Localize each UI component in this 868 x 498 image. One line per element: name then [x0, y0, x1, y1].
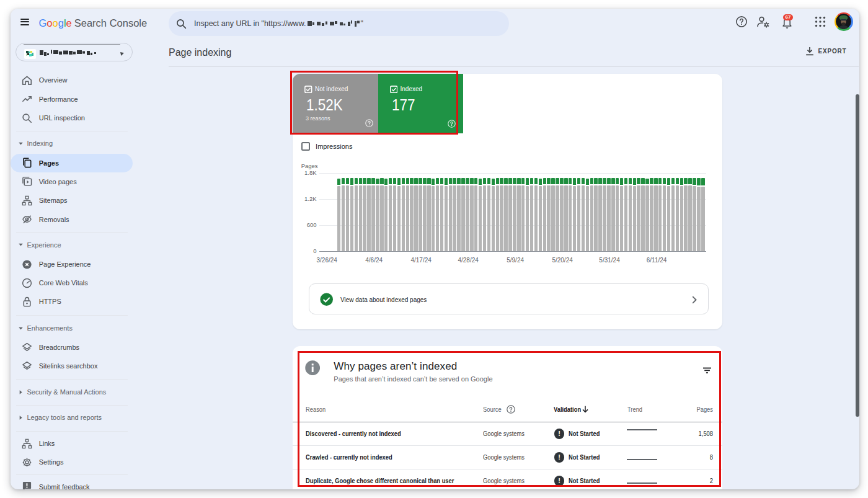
chart-bar[interactable]: [380, 74, 383, 251]
chart-bar[interactable]: [629, 74, 632, 251]
chart-bar[interactable]: [487, 74, 490, 251]
chart-bar[interactable]: [633, 74, 636, 251]
chart-bar[interactable]: [393, 74, 396, 251]
chart-bar[interactable]: [645, 74, 649, 251]
chart-bar[interactable]: [556, 74, 559, 251]
chart-bar[interactable]: [397, 74, 401, 251]
sidebar-item-core-web-vitals[interactable]: Core Web Vitals: [11, 273, 133, 292]
chart-bar[interactable]: [500, 74, 503, 251]
chart-bar[interactable]: [611, 74, 614, 251]
chart-bar[interactable]: [384, 74, 388, 251]
apps-grid-icon[interactable]: [815, 16, 826, 27]
chart-bar[interactable]: [508, 74, 512, 251]
sidebar-section-legacy-tools-and-reports[interactable]: Legacy tools and reports: [11, 409, 133, 425]
chart-bar[interactable]: [603, 74, 606, 251]
chart-bar[interactable]: [530, 74, 533, 251]
row-reason[interactable]: Duplicate, Google chose different canoni…: [306, 477, 454, 484]
chart-bar[interactable]: [461, 74, 464, 251]
chart-bar[interactable]: [371, 74, 374, 251]
sidebar-item-sitelinks-searchbox[interactable]: Sitelinks searchbox: [11, 357, 133, 375]
chart-bar[interactable]: [616, 74, 619, 251]
vertical-scrollbar[interactable]: [856, 94, 859, 417]
help-icon[interactable]: [735, 16, 748, 28]
chart-bar[interactable]: [620, 74, 623, 251]
sidebar-item-removals[interactable]: Removals: [11, 210, 133, 229]
user-settings-icon[interactable]: [756, 16, 771, 29]
chart-bar[interactable]: [564, 74, 567, 251]
sidebar-item-pages[interactable]: Pages: [11, 154, 133, 172]
chart-bar[interactable]: [573, 74, 576, 251]
chart-bar[interactable]: [658, 74, 662, 251]
chart-bar[interactable]: [590, 74, 593, 251]
chart-bar[interactable]: [440, 74, 443, 251]
sidebar-item-performance[interactable]: Performance: [11, 90, 133, 109]
chart-bar[interactable]: [543, 74, 546, 251]
chart-bar[interactable]: [534, 74, 538, 251]
chart-bar[interactable]: [526, 74, 529, 251]
chart-bar[interactable]: [432, 74, 435, 251]
chart-bar[interactable]: [521, 74, 525, 251]
chart-bar[interactable]: [598, 74, 601, 251]
chart-bar[interactable]: [367, 74, 370, 251]
sidebar-item-submit-feedback[interactable]: Submit feedback: [11, 478, 133, 490]
chart-bar[interactable]: [410, 74, 413, 251]
sidebar-item-video-pages[interactable]: Video pages: [11, 172, 133, 191]
chart-bar[interactable]: [637, 74, 640, 251]
sidebar-item-sitemaps[interactable]: Sitemaps: [11, 191, 133, 210]
sidebar-item-links[interactable]: Links: [11, 434, 133, 453]
chart-bar[interactable]: [449, 74, 452, 251]
chart-bar[interactable]: [650, 74, 653, 251]
chart-bar[interactable]: [684, 74, 687, 251]
chart-bar[interactable]: [688, 74, 691, 251]
chart-bar[interactable]: [474, 74, 477, 251]
column-header-reason[interactable]: Reason: [306, 406, 326, 413]
sidebar-section-security-manual-actions[interactable]: Security & Manual Actions: [11, 384, 133, 400]
chart-bar[interactable]: [676, 74, 679, 251]
chart-bar[interactable]: [586, 74, 589, 251]
chart-bar[interactable]: [641, 74, 644, 251]
chart-bar[interactable]: [551, 74, 554, 251]
chart-bar[interactable]: [663, 74, 666, 251]
chart-bar[interactable]: [436, 74, 439, 251]
chart-bar[interactable]: [418, 74, 422, 251]
avatar[interactable]: [835, 12, 853, 31]
chart-bar[interactable]: [492, 74, 495, 251]
sidebar-section-indexing[interactable]: Indexing: [11, 135, 133, 151]
filter-icon[interactable]: [702, 367, 712, 375]
sidebar-item-settings[interactable]: Settings: [11, 453, 133, 471]
chart-bar[interactable]: [594, 74, 597, 251]
sidebar-item-page-experience[interactable]: Page Experience: [11, 255, 133, 273]
export-button[interactable]: EXPORT: [805, 43, 847, 60]
chart-bar[interactable]: [671, 74, 675, 251]
chart-bar[interactable]: [389, 74, 392, 251]
sidebar-item-https[interactable]: HTTPS: [11, 292, 133, 311]
chart-bar[interactable]: [342, 74, 345, 251]
sidebar-section-enhancements[interactable]: Enhancements: [11, 320, 133, 336]
chart-bar[interactable]: [560, 74, 563, 251]
chart-bar[interactable]: [577, 74, 580, 251]
chart-bar[interactable]: [483, 74, 486, 251]
chart-bar[interactable]: [624, 74, 627, 251]
chart-bar[interactable]: [453, 74, 456, 251]
sidebar-item-url-inspection[interactable]: URL inspection: [11, 109, 133, 127]
chart-bar[interactable]: [569, 74, 572, 251]
chart-bar[interactable]: [363, 74, 366, 251]
chart-bar[interactable]: [402, 74, 405, 251]
chart-bar[interactable]: [539, 74, 542, 251]
column-header-pages[interactable]: Pages: [680, 406, 713, 413]
chart-bar[interactable]: [513, 74, 516, 251]
chart-bar[interactable]: [359, 74, 362, 251]
chart-bar[interactable]: [457, 74, 460, 251]
chart-bar[interactable]: [504, 74, 507, 251]
chart-bar[interactable]: [445, 74, 448, 251]
chart-bar[interactable]: [337, 74, 340, 251]
chart-bar[interactable]: [423, 74, 426, 251]
sidebar-section-experience[interactable]: Experience: [11, 237, 133, 253]
row-reason[interactable]: Discovered - currently not indexed: [306, 430, 401, 437]
chart-bar[interactable]: [427, 74, 430, 251]
column-header-source[interactable]: Source: [483, 406, 502, 413]
chart-bar[interactable]: [517, 74, 520, 251]
table-row[interactable]: Crawled - currently not indexedGoogle sy…: [293, 445, 722, 469]
row-reason[interactable]: Crawled - currently not indexed: [306, 453, 392, 461]
chart-bar[interactable]: [582, 74, 585, 251]
